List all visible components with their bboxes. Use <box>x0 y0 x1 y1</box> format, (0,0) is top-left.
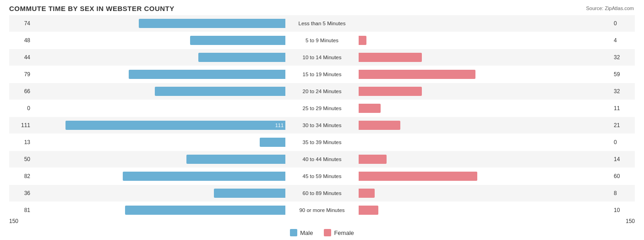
row-label: 40 to 44 Minutes <box>285 156 359 162</box>
right-value: 21 <box>612 122 635 128</box>
row-label: 15 to 19 Minutes <box>285 72 359 77</box>
right-value: 60 <box>612 173 635 179</box>
right-value: 59 <box>612 71 635 78</box>
bars-section: 10 to 14 Minutes <box>32 49 612 66</box>
bars-section: 90 or more Minutes <box>32 202 612 218</box>
right-bar-container <box>359 69 612 80</box>
bar-male <box>155 87 285 96</box>
bar-male <box>186 155 285 164</box>
right-bar-container <box>359 52 612 63</box>
left-bar-container <box>32 69 285 80</box>
bar-label: 111 <box>273 123 285 128</box>
left-value: 111 <box>9 122 32 128</box>
bar-male <box>129 70 285 79</box>
right-bar-container <box>359 86 612 97</box>
row-label: 45 to 59 Minutes <box>285 173 359 179</box>
left-value: 66 <box>9 88 32 95</box>
row-label: 60 to 89 Minutes <box>285 190 359 196</box>
bar-female <box>359 155 387 164</box>
chart-container: COMMUTE TIME BY SEX IN WEBSTER COUNTY So… <box>0 0 644 240</box>
right-bar-container <box>359 137 612 148</box>
chart-row: 48 5 to 9 Minutes 4 <box>9 32 635 49</box>
bar-female <box>359 206 378 215</box>
bar-female <box>359 36 366 45</box>
left-value: 44 <box>9 54 32 61</box>
row-label: Less than 5 Minutes <box>285 21 359 26</box>
bar-female <box>359 104 381 113</box>
legend-male: Male <box>290 229 313 236</box>
axis-labels: 150 150 <box>9 218 635 226</box>
right-bar-container <box>359 18 612 29</box>
bars-section: 40 to 44 Minutes <box>32 151 612 167</box>
row-label: 20 to 24 Minutes <box>285 89 359 94</box>
right-bar-container <box>359 171 612 182</box>
left-bar-container: 111 <box>32 120 285 131</box>
right-bar-container <box>359 35 612 46</box>
right-bar-container <box>359 188 612 199</box>
bar-female <box>359 121 400 130</box>
row-label: 10 to 14 Minutes <box>285 55 359 60</box>
bars-section: 111 30 to 34 Minutes <box>32 117 612 134</box>
left-bar-container <box>32 18 285 29</box>
chart-row: 36 60 to 89 Minutes 8 <box>9 185 635 201</box>
right-value: 32 <box>612 54 635 61</box>
left-bar-container <box>32 103 285 114</box>
left-bar-container <box>32 188 285 199</box>
right-value: 4 <box>612 37 635 44</box>
chart-row: 0 25 to 29 Minutes 11 <box>9 100 635 117</box>
left-bar-container <box>32 35 285 46</box>
bar-male <box>198 53 285 62</box>
left-value: 79 <box>9 71 32 78</box>
left-value: 81 <box>9 207 32 213</box>
right-bar-container <box>359 103 612 114</box>
bars-section: 20 to 24 Minutes <box>32 83 612 100</box>
bars-section: 5 to 9 Minutes <box>32 32 612 49</box>
right-bar-container <box>359 154 612 165</box>
left-value: 82 <box>9 173 32 179</box>
bar-male <box>123 172 285 181</box>
bar-male: 111 <box>65 121 285 130</box>
legend-male-label: Male <box>300 229 313 236</box>
left-value: 0 <box>9 105 32 112</box>
row-label: 35 to 39 Minutes <box>285 140 359 145</box>
bar-male <box>125 206 285 215</box>
right-value: 0 <box>612 20 635 27</box>
chart-row: 44 10 to 14 Minutes 32 <box>9 49 635 66</box>
bar-male <box>190 36 285 45</box>
bar-male <box>139 19 285 28</box>
bars-section: 60 to 89 Minutes <box>32 185 612 201</box>
right-value: 0 <box>612 139 635 145</box>
right-value: 11 <box>612 105 635 112</box>
chart-row: 111 111 30 to 34 Minutes 21 <box>9 117 635 134</box>
axis-right: 150 <box>626 218 635 224</box>
legend: Male Female <box>9 229 635 236</box>
source-text: Source: ZipAtlas.com <box>586 6 634 11</box>
right-bar-container <box>359 205 612 216</box>
chart-row: 74 Less than 5 Minutes 0 <box>9 15 635 32</box>
chart-row: 81 90 or more Minutes 10 <box>9 202 635 218</box>
legend-male-box <box>290 229 297 236</box>
bar-male <box>214 189 285 198</box>
left-bar-container <box>32 205 285 216</box>
chart-row: 79 15 to 19 Minutes 59 <box>9 66 635 83</box>
bars-section: 45 to 59 Minutes <box>32 168 612 184</box>
right-value: 32 <box>612 88 635 95</box>
left-bar-container <box>32 137 285 148</box>
right-value: 14 <box>612 156 635 162</box>
bars-section: 15 to 19 Minutes <box>32 66 612 83</box>
bars-section: Less than 5 Minutes <box>32 15 612 32</box>
left-value: 50 <box>9 156 32 162</box>
left-bar-container <box>32 52 285 63</box>
axis-left: 150 <box>9 218 18 224</box>
chart-row: 82 45 to 59 Minutes 60 <box>9 168 635 184</box>
chart-row: 50 40 to 44 Minutes 14 <box>9 151 635 167</box>
right-value: 10 <box>612 207 635 213</box>
bars-section: 35 to 39 Minutes <box>32 134 612 151</box>
right-value: 8 <box>612 190 635 196</box>
legend-female-box <box>324 229 331 236</box>
bar-female <box>359 70 475 79</box>
bar-female <box>359 189 375 198</box>
right-bar-container <box>359 120 612 131</box>
chart-row: 13 35 to 39 Minutes 0 <box>9 134 635 151</box>
legend-female: Female <box>324 229 354 236</box>
